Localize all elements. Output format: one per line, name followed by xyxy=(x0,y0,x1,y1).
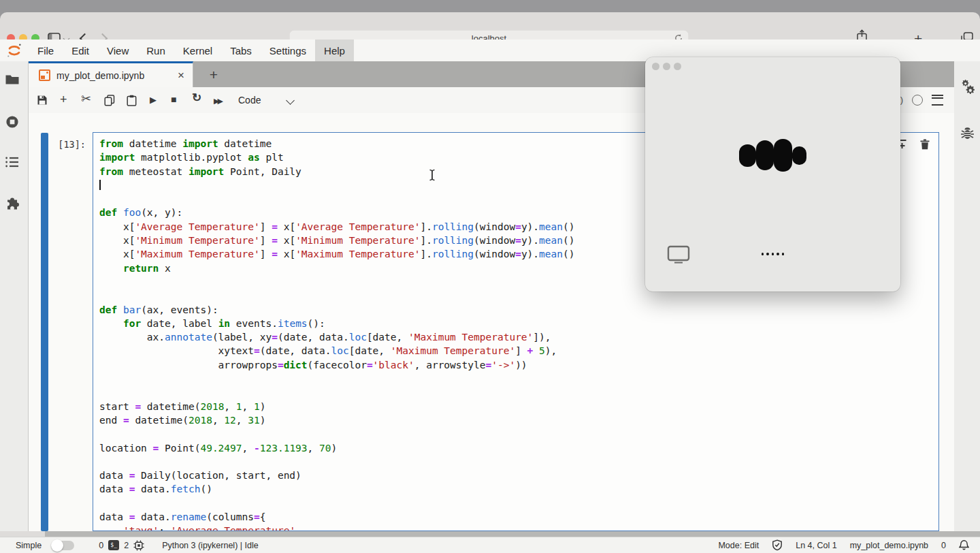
left-sidebar xyxy=(0,61,29,531)
code-token: x[ xyxy=(99,221,135,232)
code-token: x[ xyxy=(278,249,295,259)
code-token: as xyxy=(248,152,259,163)
code-token: dict xyxy=(284,360,308,370)
code-token: ] xyxy=(260,249,272,259)
code-line[interactable]: 'tavg': 'Average Temperature', xyxy=(99,524,938,531)
kernel-chip-icon[interactable] xyxy=(133,540,144,551)
run-icon[interactable]: ▶ xyxy=(150,95,157,106)
code-token: (ax, events): xyxy=(141,304,218,315)
code-token: , xyxy=(212,415,224,426)
code-token: ), xyxy=(545,345,557,356)
code-token: datetime xyxy=(123,138,182,149)
code-token: = xyxy=(278,360,284,370)
restart-kernel-icon[interactable]: ↻ xyxy=(192,93,201,104)
run-all-icon[interactable]: ▶▶ xyxy=(214,95,221,106)
code-token: return xyxy=(123,263,159,274)
chevron-down-icon[interactable] xyxy=(286,96,295,105)
code-token: plt xyxy=(260,152,284,163)
code-line[interactable]: end = datetime(2018, 12, 31) xyxy=(99,413,938,427)
ellipsis-dots xyxy=(645,253,900,255)
code-token: '->' xyxy=(491,360,515,370)
code-line[interactable] xyxy=(99,496,938,510)
stop-icon[interactable]: ■ xyxy=(171,94,176,105)
code-line[interactable]: data = data.rename(columns={ xyxy=(99,510,938,524)
code-line[interactable] xyxy=(99,455,938,469)
code-token: (): xyxy=(308,318,325,329)
code-token: = xyxy=(515,249,521,259)
code-token: - xyxy=(254,443,260,454)
cut-icon[interactable]: ✂ xyxy=(81,93,91,104)
code-token: { xyxy=(260,511,266,522)
new-launcher-button[interactable]: + xyxy=(203,61,225,87)
code-token: )) xyxy=(515,360,527,370)
menu-view[interactable]: View xyxy=(98,40,137,61)
running-kernels-icon[interactable] xyxy=(5,114,20,129)
menu-file[interactable]: File xyxy=(29,40,63,61)
code-line[interactable] xyxy=(99,427,938,441)
code-token: 'tavg' xyxy=(123,525,159,531)
kernel-status-text[interactable]: Python 3 (ipykernel) | Idle xyxy=(162,541,259,550)
code-line[interactable]: def bar(ax, events): xyxy=(99,303,938,317)
code-token: 'Average Temperature' xyxy=(135,221,259,232)
code-token: meteostat xyxy=(123,166,189,177)
code-token: def xyxy=(99,207,117,218)
code-line[interactable]: for date, label in events.items(): xyxy=(99,317,938,330)
code-token: 5 xyxy=(539,345,545,356)
cell-type-dropdown[interactable]: Code xyxy=(238,87,261,112)
code-token: ] xyxy=(260,221,272,232)
menu-edit[interactable]: Edit xyxy=(63,40,98,61)
code-token: annotate xyxy=(165,332,212,343)
code-token: 2018 xyxy=(189,415,212,426)
code-token: (window xyxy=(474,235,515,246)
cursor-position[interactable]: Ln 4, Col 1 xyxy=(796,541,836,550)
terminal-icon[interactable]: $_ xyxy=(108,540,119,550)
menu-settings[interactable]: Settings xyxy=(261,40,315,61)
bell-icon[interactable] xyxy=(959,539,969,551)
hamburger-menu-icon[interactable] xyxy=(932,95,943,106)
code-line[interactable]: start = datetime(2018, 1, 1) xyxy=(99,400,938,413)
code-line[interactable]: xytext=(date, data.loc[date, 'Maximum Te… xyxy=(99,344,938,358)
code-token: , xyxy=(236,415,248,426)
code-line[interactable] xyxy=(99,385,938,399)
text-cursor-pointer xyxy=(428,169,436,181)
code-line[interactable]: ax.annotate(label, xy=(date, data.loc[da… xyxy=(99,330,938,344)
save-icon[interactable] xyxy=(37,95,48,106)
menu-tabs[interactable]: Tabs xyxy=(221,40,261,61)
code-token: y). xyxy=(521,235,539,246)
simple-mode-toggle[interactable] xyxy=(51,541,74,550)
table-of-contents-icon[interactable] xyxy=(5,155,20,169)
extension-manager-icon[interactable] xyxy=(5,196,20,211)
copy-icon[interactable] xyxy=(104,95,115,106)
toggle-knob xyxy=(51,539,63,552)
trust-shield-icon[interactable] xyxy=(772,539,783,551)
code-token: ]), xyxy=(533,332,551,343)
debugger-icon[interactable] xyxy=(960,127,975,140)
code-line[interactable]: arrowprops=dict(facecolor='black', arrow… xyxy=(99,358,938,372)
property-inspector-icon[interactable] xyxy=(960,79,975,94)
paste-icon[interactable] xyxy=(127,95,137,106)
active-cell-indicator[interactable] xyxy=(41,133,48,531)
code-token: x[ xyxy=(99,249,135,259)
right-sidebar xyxy=(953,61,980,531)
menu-run[interactable]: Run xyxy=(137,40,174,61)
code-token: x[ xyxy=(278,221,295,232)
file-browser-icon[interactable] xyxy=(5,74,20,86)
code-line[interactable]: data = Daily(location, start, end) xyxy=(99,469,938,482)
code-token: data. xyxy=(135,484,170,494)
overlay-window[interactable] xyxy=(645,57,900,291)
menu-kernel[interactable]: Kernel xyxy=(174,40,221,61)
kernel-status-icon[interactable] xyxy=(912,95,923,106)
code-token: location xyxy=(99,443,153,454)
code-token: data. xyxy=(135,511,170,522)
code-line[interactable] xyxy=(99,372,938,385)
code-token: rename xyxy=(171,511,206,522)
code-token: Daily(location, start, end) xyxy=(135,470,301,481)
close-tab-icon[interactable]: × xyxy=(178,69,184,81)
menu-help[interactable]: Help xyxy=(315,40,354,61)
delete-cell-icon[interactable] xyxy=(920,139,930,150)
code-token: () xyxy=(563,235,574,246)
code-line[interactable]: location = Point(49.2497, -123.1193, 70) xyxy=(99,441,938,455)
code-line[interactable]: data = data.fetch() xyxy=(99,482,938,496)
notebook-tab[interactable]: my_plot_demo.ipynb × xyxy=(29,61,193,87)
add-cell-icon[interactable]: + xyxy=(60,94,67,105)
